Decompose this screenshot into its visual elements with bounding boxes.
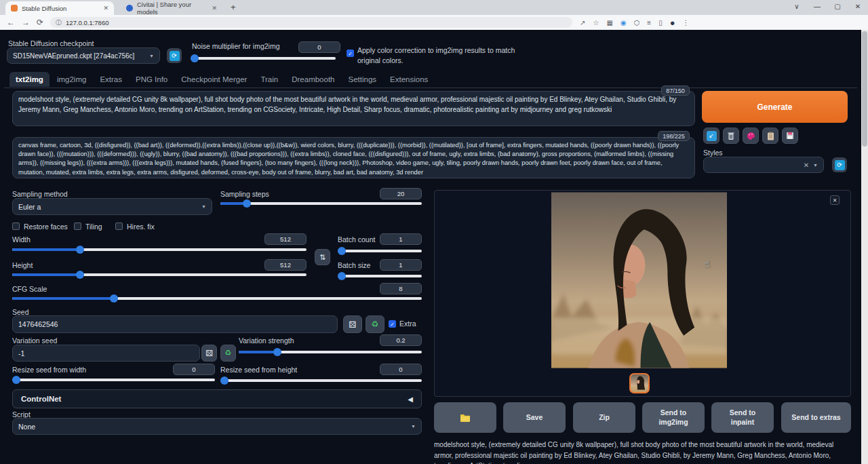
tab-txt2img[interactable]: txt2img (9, 72, 50, 87)
checkpoint-dropdown[interactable]: SD15NewVAEpruned.ckpt [27a4ac756c] ▼ (7, 47, 160, 64)
extra-networks-button[interactable] (743, 128, 759, 144)
site-info-icon[interactable]: ⓘ (56, 18, 62, 27)
send-to-img2img-button[interactable]: Send to img2img (642, 402, 705, 433)
noise-multiplier-value[interactable]: 0 (298, 41, 340, 53)
batch-count-slider[interactable] (338, 250, 422, 258)
width-value[interactable]: 512 (264, 233, 307, 245)
open-folder-button[interactable] (434, 402, 496, 433)
gallery-thumbnail[interactable] (629, 373, 650, 393)
tab-train[interactable]: Train (254, 72, 284, 87)
sampling-method-dropdown[interactable]: Euler a ▼ (12, 198, 212, 215)
restore-button[interactable]: ▢ (827, 0, 848, 14)
resize-seed-width-value[interactable]: 0 (173, 364, 215, 375)
tab-close-icon[interactable]: ✕ (103, 5, 108, 12)
resize-seed-width-slider[interactable] (12, 379, 215, 387)
batch-size-slider[interactable] (338, 275, 422, 283)
height-slider[interactable] (12, 273, 307, 282)
side-panel-icon[interactable]: ▯ (658, 19, 663, 26)
minimize-button[interactable]: — (807, 0, 827, 14)
tab-png-info[interactable]: PNG Info (130, 72, 174, 87)
variation-strength-label: Variation strength (239, 336, 294, 345)
forward-icon[interactable]: → (22, 18, 30, 27)
profile-avatar[interactable]: ● (670, 18, 675, 28)
browser-tab-civitai[interactable]: Civitai | Share your models ✕ (121, 1, 222, 15)
random-variation-seed-button[interactable]: ⚄ (201, 345, 217, 362)
generate-button[interactable]: Generate (702, 91, 848, 123)
tab-strip: Stable Diffusion ✕ Civitai | Share your … (0, 0, 868, 15)
styles-refresh-button[interactable]: ⟳ (832, 157, 847, 172)
bookmark-star-icon[interactable]: ☆ (593, 19, 599, 26)
batch-count-value[interactable]: 1 (380, 233, 422, 245)
noise-multiplier-slider[interactable] (191, 57, 336, 65)
cfg-scale-value[interactable]: 8 (380, 283, 422, 294)
variation-strength-value[interactable]: 0.2 (380, 334, 422, 346)
styles-dropdown[interactable]: ✕ ▼ (703, 157, 824, 173)
apps-grid-icon[interactable]: ▦ (606, 19, 612, 26)
variation-seed-label: Variation seed (12, 336, 57, 345)
close-image-icon[interactable]: ✕ (830, 195, 840, 205)
color-correction-label: Apply color correction to img2img result… (357, 45, 515, 66)
hires-fix-checkbox[interactable] (115, 223, 123, 230)
tab-img2img[interactable]: img2img (51, 72, 92, 87)
zip-button[interactable]: Zip (573, 402, 635, 433)
variation-seed-input[interactable]: -1 (12, 345, 200, 362)
swap-dimensions-button[interactable]: ⇅ (315, 249, 330, 265)
url-bar[interactable]: ⓘ 127.0.0.1:7860 (50, 17, 572, 28)
restore-faces-checkbox[interactable] (12, 223, 20, 230)
page-scrollbar[interactable] (861, 30, 868, 464)
script-dropdown[interactable]: None ▼ (12, 418, 422, 435)
close-window-button[interactable]: ✕ (848, 0, 868, 14)
menu-dots-icon[interactable]: ⋮ (683, 19, 690, 26)
new-tab-button[interactable]: + (231, 2, 236, 12)
prompt-tool-buttons: ↙ (703, 128, 798, 144)
color-correction-checkbox[interactable]: ✓ (347, 50, 354, 57)
browser-tab-stable-diffusion[interactable]: Stable Diffusion ✕ (5, 1, 114, 15)
checkpoint-refresh-button[interactable]: ⟳ (167, 48, 182, 63)
tab-search-icon[interactable]: ∨ (787, 0, 807, 14)
prompt-textarea[interactable]: modelshoot style, (extremely detailed CG… (12, 91, 695, 126)
height-value[interactable]: 512 (264, 259, 307, 271)
reuse-variation-seed-button[interactable]: ♻ (220, 345, 236, 362)
tab-settings[interactable]: Settings (342, 72, 383, 87)
civitai-favicon (126, 5, 133, 12)
reuse-seed-button[interactable]: ♻ (366, 315, 384, 333)
resize-seed-height-value[interactable]: 0 (380, 364, 422, 375)
tiling-label: Tiling (85, 223, 102, 231)
tab-close-icon[interactable]: ✕ (212, 5, 217, 12)
variation-strength-slider[interactable] (239, 351, 422, 359)
save-button[interactable]: Save (503, 402, 566, 433)
tiling-checkbox[interactable] (74, 223, 81, 230)
batch-size-label: Batch size (338, 261, 370, 269)
tab-dreambooth[interactable]: Dreambooth (285, 72, 340, 87)
batch-size-value[interactable]: 1 (380, 259, 422, 271)
paste-params-button[interactable]: ↙ (703, 128, 719, 144)
reading-list-icon[interactable]: ≡ (647, 19, 651, 26)
controlnet-accordion[interactable]: ControlNet ◀ (12, 389, 422, 408)
noise-multiplier-label: Noise multiplier for img2img (192, 42, 280, 50)
generated-image[interactable] (551, 192, 727, 368)
tab-extensions[interactable]: Extensions (384, 72, 434, 87)
save-style-button[interactable] (782, 128, 798, 144)
negative-prompt-textarea[interactable]: canvas frame, cartoon, 3d, ((disfigured)… (12, 137, 695, 178)
send-to-extras-button[interactable]: Send to extras (781, 402, 851, 433)
sampling-steps-slider[interactable] (220, 202, 422, 210)
send-to-inpaint-button[interactable]: Send to inpaint (711, 402, 774, 433)
extra-seed-checkbox[interactable]: ✓ (389, 320, 396, 328)
tab-extras[interactable]: Extras (94, 72, 128, 87)
reload-icon[interactable]: ⟳ (37, 18, 43, 27)
seed-input[interactable]: 1476462546 (12, 315, 338, 333)
extension-dot-icon[interactable]: ◉ (620, 19, 627, 26)
tab-checkpoint-merger[interactable]: Checkpoint Merger (175, 72, 253, 87)
random-seed-button[interactable]: ⚄ (343, 315, 362, 333)
puzzle-extensions-icon[interactable]: ⬡ (634, 19, 640, 26)
styles-clear-icon[interactable]: ✕ (804, 161, 809, 169)
sampling-steps-value[interactable]: 20 (380, 188, 422, 199)
apply-style-button[interactable] (762, 128, 778, 144)
back-icon[interactable]: ← (7, 18, 15, 27)
cfg-scale-slider[interactable] (12, 297, 422, 305)
share-icon[interactable]: ↗ (580, 19, 585, 26)
scrollbar-thumb[interactable] (862, 31, 867, 147)
width-slider[interactable] (12, 248, 307, 256)
resize-seed-height-slider[interactable] (220, 379, 422, 387)
clear-prompt-button[interactable] (723, 128, 739, 144)
